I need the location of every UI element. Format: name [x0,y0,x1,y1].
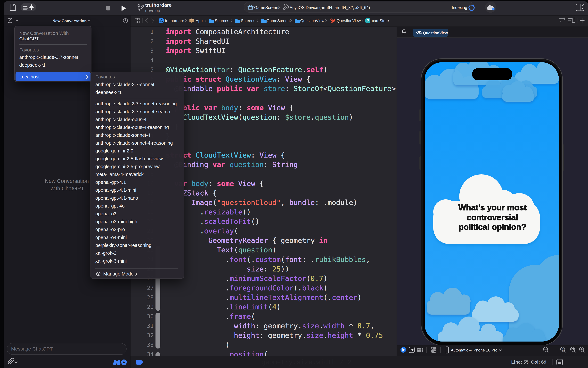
svg-text:controversial: controversial [467,213,518,222]
svg-text:political opinion?: political opinion? [459,222,526,231]
svg-text:What’s your most: What’s your most [458,203,527,212]
